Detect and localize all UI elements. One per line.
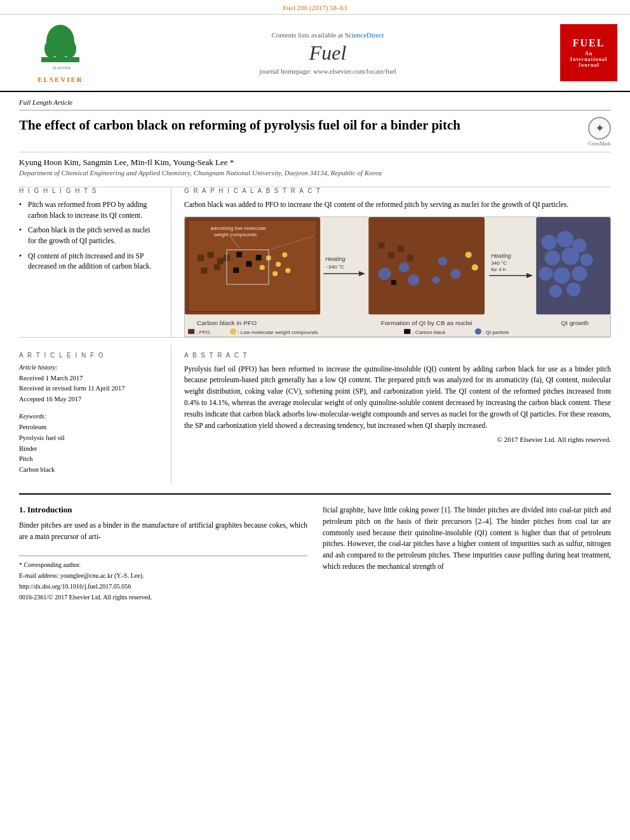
article-title: The effect of carbon black on reforming … bbox=[19, 117, 575, 134]
title-section: The effect of carbon black on reforming … bbox=[19, 110, 611, 152]
svg-marker-31 bbox=[359, 271, 365, 276]
svg-point-59 bbox=[554, 267, 570, 284]
abstract-col: A B S T R A C T Pyrolysis fuel oil (PFO)… bbox=[171, 345, 611, 483]
svg-text:for 4 h: for 4 h bbox=[491, 267, 506, 272]
info-abstract-row: A R T I C L E I N F O Article history: R… bbox=[19, 345, 611, 483]
svg-rect-32 bbox=[368, 217, 485, 314]
footnote-issn: 0016-2361/© 2017 Elsevier Ltd. All right… bbox=[19, 592, 307, 602]
affiliation: Department of Chemical Engineering and A… bbox=[19, 169, 611, 177]
footnote-doi[interactable]: http://dx.doi.org/10.1016/j.fuel.2017.05… bbox=[19, 582, 307, 591]
svg-rect-14 bbox=[214, 264, 220, 270]
elsevier-logo: ELSEVIER ELSEVIER bbox=[35, 22, 86, 83]
journal-title: Fuel bbox=[108, 41, 547, 65]
fuel-badge-subtitle: An International Journal bbox=[569, 51, 608, 68]
journal-header: ELSEVIER ELSEVIER Contents lists availab… bbox=[0, 15, 630, 92]
keyword-2: Pyrolysis fuel oil bbox=[19, 433, 158, 444]
svg-text:Heating: Heating bbox=[325, 256, 345, 262]
svg-marker-50 bbox=[526, 273, 533, 278]
svg-rect-36 bbox=[407, 255, 413, 261]
svg-text:adsorbing low molecular: adsorbing low molecular bbox=[211, 225, 267, 231]
highlight-item-3: QI content of pitch increased and its SP… bbox=[19, 251, 158, 272]
section-number: 1. bbox=[19, 505, 25, 514]
svg-rect-13 bbox=[201, 267, 207, 274]
sciencedirect-anchor[interactable]: ScienceDirect bbox=[345, 31, 384, 39]
section-title-text: Introduction bbox=[27, 505, 72, 514]
svg-point-37 bbox=[379, 267, 391, 280]
keywords-label: Keywords: bbox=[19, 413, 158, 420]
article-body: Full Length Article The effect of carbon… bbox=[0, 92, 630, 603]
keywords-section: Keywords: Petroleum Pyrolysis fuel oil B… bbox=[19, 413, 158, 476]
svg-point-38 bbox=[399, 262, 409, 272]
article-type: Full Length Article bbox=[19, 92, 611, 110]
highlights-graphical-row: H I G H L I G H T S Pitch was reformed f… bbox=[19, 187, 611, 338]
article-history: Article history: Received 1 March 2017 R… bbox=[19, 364, 158, 405]
svg-point-2 bbox=[44, 40, 57, 58]
svg-text:Carbon black in PFO: Carbon black in PFO bbox=[197, 319, 257, 326]
svg-rect-16 bbox=[236, 251, 242, 257]
copyright: © 2017 Elsevier Ltd. All rights reserved… bbox=[184, 434, 611, 445]
svg-rect-18 bbox=[256, 255, 262, 260]
graphical-abstract-text: Carbon black was added to PFO to increas… bbox=[184, 199, 611, 210]
section-title: 1. Introduction bbox=[19, 505, 307, 515]
journal-center: Contents lists available at ScienceDirec… bbox=[108, 31, 547, 75]
svg-point-22 bbox=[282, 252, 287, 257]
keywords-list: Petroleum Pyrolysis fuel oil Binder Pitc… bbox=[19, 422, 158, 476]
svg-text:Heating: Heating bbox=[491, 253, 511, 259]
svg-point-58 bbox=[539, 267, 553, 281]
doi-link[interactable]: http://dx.doi.org/10.1016/j.fuel.2017.05… bbox=[19, 583, 131, 590]
svg-text:Formation of QI by CB as nucle: Formation of QI by CB as nuclei bbox=[381, 319, 473, 326]
journal-badge: FUEL An International Journal bbox=[547, 24, 617, 81]
svg-rect-51 bbox=[536, 217, 610, 314]
svg-point-55 bbox=[544, 250, 560, 265]
svg-rect-40 bbox=[391, 280, 396, 285]
accepted-date: Accepted 16 May 2017 bbox=[19, 394, 158, 405]
svg-text:ELSEVIER: ELSEVIER bbox=[53, 66, 70, 70]
svg-point-21 bbox=[276, 262, 281, 267]
svg-rect-66 bbox=[188, 329, 194, 334]
received-date: Received 1 March 2017 bbox=[19, 373, 158, 384]
svg-point-23 bbox=[260, 265, 265, 270]
keyword-1: Petroleum bbox=[19, 422, 158, 433]
svg-rect-17 bbox=[246, 261, 251, 267]
intro-left-col: 1. Introduction Binder pitches are used … bbox=[19, 505, 307, 603]
highlight-item-1: Pitch was reformed from PFO by adding ca… bbox=[19, 199, 158, 220]
abstract-label: A B S T R A C T bbox=[184, 352, 611, 359]
svg-point-53 bbox=[557, 230, 573, 247]
svg-rect-12 bbox=[217, 258, 224, 264]
keyword-3: Binder bbox=[19, 444, 158, 455]
svg-rect-70 bbox=[404, 329, 410, 334]
svg-text:weight compounds: weight compounds bbox=[213, 231, 257, 237]
svg-point-41 bbox=[438, 257, 447, 265]
email-link[interactable]: younglee@cnu.ac.kr bbox=[60, 572, 113, 579]
sciencedirect-link[interactable]: Contents lists available at ScienceDirec… bbox=[108, 31, 547, 39]
info-dates: Received 1 March 2017 Received in revise… bbox=[19, 373, 158, 405]
email-label: E-mail address: bbox=[19, 572, 60, 579]
footnotes: * Corresponding author. E-mail address: … bbox=[19, 556, 307, 602]
svg-rect-19 bbox=[233, 267, 239, 273]
highlight-item-2: Carbon black in the pitch served as nucl… bbox=[19, 225, 158, 246]
highlights-label: H I G H L I G H T S bbox=[19, 187, 158, 194]
authors: Kyung Hoon Kim, Sangmin Lee, Min-Il Kim,… bbox=[19, 157, 611, 168]
article-info-label: A R T I C L E I N F O bbox=[19, 352, 158, 359]
svg-text:: PFO: : PFO bbox=[196, 330, 210, 335]
svg-text:~340 °C: ~340 °C bbox=[325, 264, 344, 270]
journal-citation-bar: Fuel 206 (2017) 58–63 bbox=[0, 0, 630, 15]
ga-svg: adsorbing low molecular weight compounds bbox=[185, 217, 610, 337]
email-suffix: (Y.-S. Lee). bbox=[113, 572, 144, 579]
journal-homepage: journal homepage: www.elsevier.com/locat… bbox=[108, 67, 547, 75]
keyword-5: Carbon black bbox=[19, 465, 158, 476]
revised-date: Received in revised form 11 April 2017 bbox=[19, 383, 158, 394]
svg-rect-33 bbox=[379, 242, 385, 248]
svg-point-25 bbox=[285, 268, 290, 273]
graphical-abstract-image: adsorbing low molecular weight compounds bbox=[184, 217, 611, 337]
abstract-text: Pyrolysis fuel oil (PFO) has been reform… bbox=[184, 364, 611, 445]
svg-point-3 bbox=[64, 40, 76, 58]
svg-point-61 bbox=[549, 285, 562, 298]
svg-point-39 bbox=[408, 274, 419, 286]
svg-text:: Low molecular weight compoun: : Low molecular weight compounds bbox=[238, 330, 318, 335]
footnote-email: E-mail address: younglee@cnu.ac.kr (Y.-S… bbox=[19, 571, 307, 580]
svg-point-72 bbox=[475, 328, 481, 335]
section-divider bbox=[19, 493, 611, 495]
svg-point-60 bbox=[572, 266, 587, 281]
journal-citation: Fuel 206 (2017) 58–63 bbox=[283, 4, 347, 11]
